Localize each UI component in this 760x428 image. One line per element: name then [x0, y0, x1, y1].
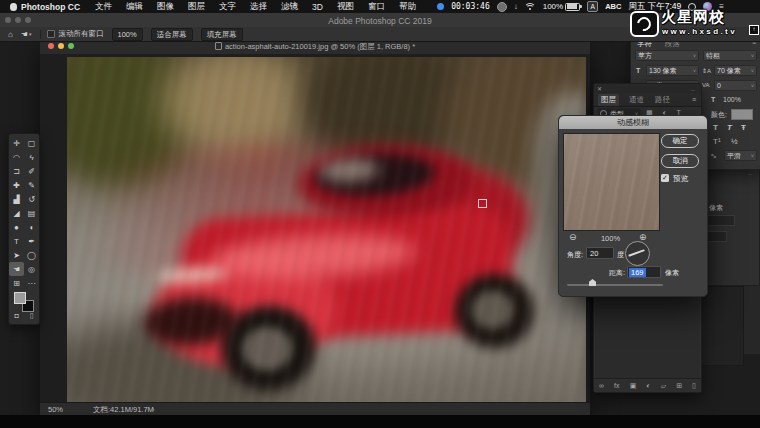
tool-type[interactable]: T	[9, 234, 24, 248]
tool-healing-brush[interactable]: ✚	[9, 178, 24, 192]
apple-icon[interactable]	[10, 3, 17, 11]
download-arrow-icon[interactable]: ↓	[514, 2, 518, 11]
menu-app-name[interactable]: Photoshop CC	[21, 2, 80, 12]
anti-alias-select[interactable]: 平滑˅	[724, 150, 757, 161]
scroll-all-windows-checkbox[interactable]	[47, 30, 55, 38]
panel-drag-dots[interactable]: ‥	[691, 85, 696, 92]
font-family-select[interactable]: 苹方˅	[635, 50, 699, 61]
input-source-label[interactable]: ABC	[605, 2, 621, 11]
ok-button[interactable]: 确定	[661, 134, 699, 148]
color-label: 颜色:	[711, 110, 727, 120]
tool-lasso[interactable]: ◠	[9, 150, 24, 164]
menu-image[interactable]: 图像	[157, 1, 174, 13]
menu-type[interactable]: 文字	[219, 1, 236, 13]
battery-indicator[interactable]: 100%	[543, 2, 580, 11]
adjustment-layer-icon[interactable]: ◐	[646, 382, 650, 389]
menu-window[interactable]: 窗口	[368, 1, 385, 13]
underline-button[interactable]: Ŧ	[741, 123, 746, 132]
dialog-title[interactable]: 动感模糊	[559, 116, 707, 129]
tool-more[interactable]: ⋯	[24, 276, 39, 290]
vertical-scale-value[interactable]: 100%	[723, 96, 741, 103]
tool-brush[interactable]: ✎	[24, 178, 39, 192]
preview-checkbox[interactable]: ✓	[661, 174, 669, 182]
delete-layer-icon[interactable]: ▯	[692, 382, 696, 390]
tool-history-brush[interactable]: ↺	[24, 192, 39, 206]
menu-file[interactable]: 文件	[95, 1, 112, 13]
chevron-down-icon[interactable]: ▾	[29, 31, 32, 37]
menu-edit[interactable]: 编辑	[126, 1, 143, 13]
screen: Photoshop CC 文件 编辑 图像 图层 文字 选择 滤镜 3D 视图 …	[0, 0, 760, 428]
fit-screen-button[interactable]: 适合屏幕	[151, 28, 193, 41]
leading-select[interactable]: 70 像素˅	[714, 65, 757, 76]
tool-frame[interactable]: ⊞	[9, 276, 24, 290]
tool-eyedropper[interactable]: ✐	[24, 164, 39, 178]
tool-crop[interactable]: ⊐	[9, 164, 24, 178]
superscript-button[interactable]: T¹	[713, 137, 721, 146]
layer-group-icon[interactable]: ▱	[661, 382, 666, 390]
tracking-select[interactable]: 0˅	[714, 80, 757, 91]
distance-input[interactable]: 169	[627, 266, 661, 278]
faux-italic-button[interactable]: T	[727, 123, 732, 132]
status-chevron-icon[interactable]: ›	[152, 405, 155, 414]
tool-gradient[interactable]: ▤	[24, 206, 39, 220]
tool-magic-wand[interactable]: ϟ	[24, 150, 39, 164]
distance-slider-track[interactable]	[567, 284, 663, 286]
cancel-button[interactable]: 取消	[661, 154, 699, 168]
tool-marquee[interactable]: ▢	[24, 136, 39, 150]
font-style-select[interactable]: 特粗˅	[703, 50, 757, 61]
menu-help[interactable]: 帮助	[399, 1, 416, 13]
layer-mask-icon[interactable]: ▣	[630, 382, 637, 390]
menu-3d[interactable]: 3D	[312, 2, 323, 12]
foreground-color-swatch[interactable]	[14, 292, 26, 304]
tool-eraser[interactable]: ◢	[9, 206, 24, 220]
home-icon[interactable]: ⌂	[8, 30, 13, 39]
zoom-100-button[interactable]: 100%	[112, 28, 143, 41]
tab-channels[interactable]: 通道	[629, 95, 644, 105]
status-app-icon[interactable]	[497, 2, 507, 12]
distance-slider-thumb[interactable]	[589, 279, 596, 286]
tracking-icon: VA	[702, 82, 710, 88]
tool-hand[interactable]: ☚	[9, 262, 24, 276]
siri-icon[interactable]	[703, 2, 712, 11]
spotlight-search-icon[interactable]	[688, 3, 696, 11]
tool-shape[interactable]: ◯	[24, 248, 39, 262]
faux-bold-button[interactable]: T	[713, 123, 718, 132]
layer-effects-icon[interactable]: fx	[614, 382, 619, 389]
panel-menu-icon[interactable]: ≡	[692, 96, 696, 103]
notification-center-icon[interactable]: ≡	[719, 2, 724, 11]
tool-blur[interactable]: ●	[9, 220, 24, 234]
link-layers-icon[interactable]: ∞	[599, 382, 604, 389]
wifi-icon[interactable]	[525, 3, 536, 11]
angle-dial[interactable]	[625, 241, 650, 266]
tool-clone-stamp[interactable]: ▟	[9, 192, 24, 206]
tool-move[interactable]: ✛	[9, 136, 24, 150]
font-size-select[interactable]: 130 像素˅	[646, 65, 699, 76]
menu-filter[interactable]: 滤镜	[281, 1, 298, 13]
tool-path-select[interactable]: ➤	[9, 248, 24, 262]
menu-select[interactable]: 选择	[250, 1, 267, 13]
menu-layer[interactable]: 图层	[188, 1, 205, 13]
background-field[interactable]	[705, 231, 727, 242]
tool-dodge[interactable]: ◖	[24, 220, 39, 234]
fraction-button[interactable]: ½	[731, 137, 738, 146]
menu-view[interactable]: 视图	[337, 1, 354, 13]
screen-mode-button[interactable]: ▯	[30, 312, 34, 320]
tool-zoom[interactable]: ◎	[24, 262, 39, 276]
blur-preview-thumbnail[interactable]	[563, 133, 660, 231]
text-color-swatch[interactable]	[731, 109, 753, 120]
quick-mask-button[interactable]: ◘	[14, 312, 18, 320]
canvas-image[interactable]	[67, 57, 586, 403]
input-method-icon[interactable]: A	[587, 1, 598, 12]
tab-layers[interactable]: 图层	[598, 94, 619, 106]
zoom-level[interactable]: 50%	[48, 405, 63, 414]
angle-input[interactable]: 20	[586, 247, 614, 259]
tool-pen[interactable]: ✒	[24, 234, 39, 248]
document-tab[interactable]: action-asphalt-auto-210019.jpg @ 50% (图层…	[40, 42, 590, 52]
menubar-clock[interactable]: 周五 下午7:49	[628, 1, 681, 13]
screen-record-icon[interactable]	[437, 3, 444, 10]
background-field[interactable]	[705, 215, 735, 226]
close-icon[interactable]: ✕	[597, 85, 602, 92]
fill-screen-button[interactable]: 填充屏幕	[201, 28, 243, 41]
tab-paths[interactable]: 路径	[655, 95, 670, 105]
new-layer-icon[interactable]: ⊞	[676, 382, 682, 390]
